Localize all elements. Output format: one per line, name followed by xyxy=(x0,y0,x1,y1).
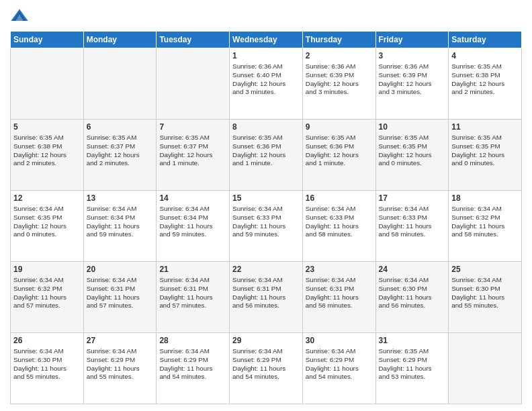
header xyxy=(10,7,522,26)
col-header-sunday: Sunday xyxy=(11,32,84,48)
day-info: Sunrise: 6:34 AM Sunset: 6:33 PM Dayligh… xyxy=(232,205,300,239)
day-info: Sunrise: 6:35 AM Sunset: 6:36 PM Dayligh… xyxy=(232,134,300,168)
day-info: Sunrise: 6:34 AM Sunset: 6:32 PM Dayligh… xyxy=(13,276,81,310)
calendar-cell: 1Sunrise: 6:36 AM Sunset: 6:40 PM Daylig… xyxy=(230,48,303,120)
calendar-cell xyxy=(11,48,84,120)
calendar-cell: 22Sunrise: 6:34 AM Sunset: 6:31 PM Dayli… xyxy=(230,262,303,333)
calendar-cell: 16Sunrise: 6:34 AM Sunset: 6:33 PM Dayli… xyxy=(302,191,375,262)
calendar-cell: 29Sunrise: 6:34 AM Sunset: 6:29 PM Dayli… xyxy=(230,333,303,404)
calendar-cell: 2Sunrise: 6:36 AM Sunset: 6:39 PM Daylig… xyxy=(302,48,375,120)
day-info: Sunrise: 6:34 AM Sunset: 6:32 PM Dayligh… xyxy=(451,205,519,239)
day-number: 19 xyxy=(13,264,81,275)
day-number: 26 xyxy=(13,335,81,346)
day-info: Sunrise: 6:34 AM Sunset: 6:33 PM Dayligh… xyxy=(306,205,373,239)
day-info: Sunrise: 6:35 AM Sunset: 6:38 PM Dayligh… xyxy=(451,62,519,97)
calendar-cell xyxy=(83,48,157,120)
day-number: 10 xyxy=(379,122,446,132)
day-number: 16 xyxy=(306,193,373,203)
calendar-cell: 21Sunrise: 6:34 AM Sunset: 6:31 PM Dayli… xyxy=(157,262,230,333)
calendar-row-5: 26Sunrise: 6:34 AM Sunset: 6:30 PM Dayli… xyxy=(11,333,522,404)
logo xyxy=(10,7,32,26)
day-info: Sunrise: 6:34 AM Sunset: 6:34 PM Dayligh… xyxy=(159,205,226,239)
day-info: Sunrise: 6:35 AM Sunset: 6:38 PM Dayligh… xyxy=(13,134,81,168)
calendar-cell xyxy=(157,48,230,120)
day-info: Sunrise: 6:34 AM Sunset: 6:34 PM Dayligh… xyxy=(87,205,154,239)
day-info: Sunrise: 6:34 AM Sunset: 6:31 PM Dayligh… xyxy=(232,276,300,310)
calendar-cell: 31Sunrise: 6:35 AM Sunset: 6:29 PM Dayli… xyxy=(375,333,449,404)
calendar-cell: 20Sunrise: 6:34 AM Sunset: 6:31 PM Dayli… xyxy=(83,262,157,333)
day-info: Sunrise: 6:34 AM Sunset: 6:31 PM Dayligh… xyxy=(87,276,154,310)
day-info: Sunrise: 6:36 AM Sunset: 6:39 PM Dayligh… xyxy=(306,62,373,97)
day-number: 15 xyxy=(232,193,300,203)
day-info: Sunrise: 6:34 AM Sunset: 6:31 PM Dayligh… xyxy=(306,276,373,310)
day-info: Sunrise: 6:35 AM Sunset: 6:37 PM Dayligh… xyxy=(87,134,154,168)
day-number: 29 xyxy=(232,335,300,346)
day-info: Sunrise: 6:34 AM Sunset: 6:30 PM Dayligh… xyxy=(451,276,519,310)
calendar-row-1: 1Sunrise: 6:36 AM Sunset: 6:40 PM Daylig… xyxy=(11,48,522,120)
calendar-cell: 4Sunrise: 6:35 AM Sunset: 6:38 PM Daylig… xyxy=(449,48,522,120)
day-number: 31 xyxy=(379,335,446,346)
calendar-cell: 5Sunrise: 6:35 AM Sunset: 6:38 PM Daylig… xyxy=(11,120,84,191)
calendar-cell: 15Sunrise: 6:34 AM Sunset: 6:33 PM Dayli… xyxy=(230,191,303,262)
day-info: Sunrise: 6:34 AM Sunset: 6:31 PM Dayligh… xyxy=(159,276,226,310)
calendar-cell: 17Sunrise: 6:34 AM Sunset: 6:33 PM Dayli… xyxy=(375,191,449,262)
calendar-row-4: 19Sunrise: 6:34 AM Sunset: 6:32 PM Dayli… xyxy=(11,262,522,333)
generalblue-icon xyxy=(10,7,29,26)
col-header-friday: Friday xyxy=(375,32,449,48)
calendar-row-2: 5Sunrise: 6:35 AM Sunset: 6:38 PM Daylig… xyxy=(11,120,522,191)
day-number: 17 xyxy=(379,193,446,203)
day-number: 18 xyxy=(451,193,519,203)
col-header-saturday: Saturday xyxy=(449,32,522,48)
day-info: Sunrise: 6:35 AM Sunset: 6:36 PM Dayligh… xyxy=(306,134,373,168)
day-number: 14 xyxy=(159,193,226,203)
day-info: Sunrise: 6:35 AM Sunset: 6:29 PM Dayligh… xyxy=(379,347,446,381)
calendar-table: SundayMondayTuesdayWednesdayThursdayFrid… xyxy=(10,31,522,404)
day-number: 13 xyxy=(87,193,154,203)
calendar-cell: 23Sunrise: 6:34 AM Sunset: 6:31 PM Dayli… xyxy=(302,262,375,333)
day-info: Sunrise: 6:35 AM Sunset: 6:35 PM Dayligh… xyxy=(451,134,519,168)
calendar-cell: 9Sunrise: 6:35 AM Sunset: 6:36 PM Daylig… xyxy=(302,120,375,191)
calendar-cell: 27Sunrise: 6:34 AM Sunset: 6:29 PM Dayli… xyxy=(83,333,157,404)
day-number: 4 xyxy=(451,50,519,61)
calendar-cell: 28Sunrise: 6:34 AM Sunset: 6:29 PM Dayli… xyxy=(157,333,230,404)
calendar-cell: 14Sunrise: 6:34 AM Sunset: 6:34 PM Dayli… xyxy=(157,191,230,262)
calendar-cell: 18Sunrise: 6:34 AM Sunset: 6:32 PM Dayli… xyxy=(449,191,522,262)
col-header-monday: Monday xyxy=(83,32,157,48)
day-number: 22 xyxy=(232,264,300,275)
calendar-cell: 26Sunrise: 6:34 AM Sunset: 6:30 PM Dayli… xyxy=(11,333,84,404)
calendar-cell: 6Sunrise: 6:35 AM Sunset: 6:37 PM Daylig… xyxy=(83,120,157,191)
calendar-cell: 10Sunrise: 6:35 AM Sunset: 6:35 PM Dayli… xyxy=(375,120,449,191)
day-info: Sunrise: 6:34 AM Sunset: 6:30 PM Dayligh… xyxy=(13,347,81,381)
day-number: 28 xyxy=(159,335,226,346)
day-number: 12 xyxy=(13,193,81,203)
calendar-cell: 8Sunrise: 6:35 AM Sunset: 6:36 PM Daylig… xyxy=(230,120,303,191)
calendar-cell: 19Sunrise: 6:34 AM Sunset: 6:32 PM Dayli… xyxy=(11,262,84,333)
col-header-thursday: Thursday xyxy=(302,32,375,48)
calendar-cell: 3Sunrise: 6:36 AM Sunset: 6:39 PM Daylig… xyxy=(375,48,449,120)
day-number: 9 xyxy=(306,122,373,132)
day-info: Sunrise: 6:34 AM Sunset: 6:35 PM Dayligh… xyxy=(13,205,81,239)
day-number: 8 xyxy=(232,122,300,132)
calendar-row-3: 12Sunrise: 6:34 AM Sunset: 6:35 PM Dayli… xyxy=(11,191,522,262)
day-number: 21 xyxy=(159,264,226,275)
day-info: Sunrise: 6:35 AM Sunset: 6:37 PM Dayligh… xyxy=(159,134,226,168)
day-info: Sunrise: 6:34 AM Sunset: 6:29 PM Dayligh… xyxy=(159,347,226,381)
day-number: 7 xyxy=(159,122,226,132)
day-number: 24 xyxy=(379,264,446,275)
day-number: 3 xyxy=(379,50,446,61)
day-info: Sunrise: 6:34 AM Sunset: 6:29 PM Dayligh… xyxy=(232,347,300,381)
day-info: Sunrise: 6:36 AM Sunset: 6:39 PM Dayligh… xyxy=(379,62,446,97)
day-info: Sunrise: 6:34 AM Sunset: 6:29 PM Dayligh… xyxy=(306,347,373,381)
day-number: 23 xyxy=(306,264,373,275)
day-info: Sunrise: 6:34 AM Sunset: 6:33 PM Dayligh… xyxy=(379,205,446,239)
calendar-cell: 12Sunrise: 6:34 AM Sunset: 6:35 PM Dayli… xyxy=(11,191,84,262)
calendar-cell: 7Sunrise: 6:35 AM Sunset: 6:37 PM Daylig… xyxy=(157,120,230,191)
calendar-cell: 25Sunrise: 6:34 AM Sunset: 6:30 PM Dayli… xyxy=(449,262,522,333)
day-info: Sunrise: 6:36 AM Sunset: 6:40 PM Dayligh… xyxy=(232,62,300,97)
calendar-cell: 30Sunrise: 6:34 AM Sunset: 6:29 PM Dayli… xyxy=(302,333,375,404)
day-number: 5 xyxy=(13,122,81,132)
calendar-cell: 11Sunrise: 6:35 AM Sunset: 6:35 PM Dayli… xyxy=(449,120,522,191)
page: SundayMondayTuesdayWednesdayThursdayFrid… xyxy=(0,0,532,411)
day-number: 6 xyxy=(87,122,154,132)
day-number: 30 xyxy=(306,335,373,346)
